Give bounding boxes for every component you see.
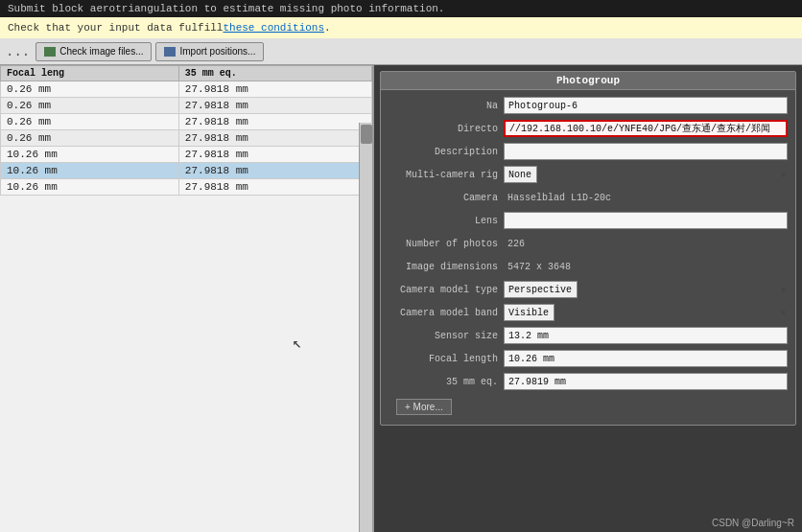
main-content: Focal leng 35 mm eq. 0.26 mm27.9818 mm0.… bbox=[0, 65, 802, 532]
cursor-indicator: ↖ bbox=[293, 334, 302, 353]
cam-model-band-row: Camera model band Visible ▼ bbox=[389, 303, 788, 322]
notice-bar: Check that your input data fulfill these… bbox=[0, 17, 802, 38]
focal-35mm-row: 35 mm eq. bbox=[389, 372, 788, 391]
notice-link[interactable]: these conditions bbox=[223, 22, 324, 34]
toolbar-dots: ... bbox=[4, 44, 32, 59]
table-row[interactable]: 10.26 mm27.9818 mm bbox=[1, 163, 372, 179]
directory-label: Directo bbox=[389, 124, 504, 134]
image-dim-value: 5472 x 3648 bbox=[504, 261, 788, 273]
sensor-size-row: Sensor size bbox=[389, 326, 788, 345]
more-button[interactable]: + More... bbox=[396, 399, 452, 415]
name-row: Na bbox=[389, 96, 788, 115]
scroll-thumb[interactable] bbox=[361, 125, 372, 144]
left-panel: Focal leng 35 mm eq. 0.26 mm27.9818 mm0.… bbox=[0, 65, 374, 532]
image-dim-row: Image dimensions 5472 x 3648 bbox=[389, 257, 788, 276]
camera-label: Camera bbox=[389, 193, 504, 203]
table-row[interactable]: 0.26 mm27.9818 mm bbox=[1, 98, 372, 114]
check-image-icon bbox=[44, 47, 56, 57]
sensor-size-input[interactable] bbox=[504, 327, 788, 344]
notice-text: Check that your input data fulfill bbox=[8, 22, 223, 34]
table-row[interactable]: 0.26 mm27.9818 mm bbox=[1, 130, 372, 147]
lens-input[interactable] bbox=[504, 212, 788, 229]
focal-length-input[interactable] bbox=[504, 350, 788, 367]
table-row[interactable]: 10.26 mm27.9818 mm bbox=[1, 179, 372, 196]
cam-model-type-select-wrapper: Perspective ▼ bbox=[504, 281, 788, 298]
lens-label: Lens bbox=[389, 216, 504, 226]
cam-model-type-arrow-icon: ▼ bbox=[781, 286, 786, 294]
lens-row: Lens bbox=[389, 211, 788, 230]
camera-row: Camera Hasselblad L1D-20c bbox=[389, 188, 788, 207]
import-positions-btn[interactable]: Import positions... bbox=[155, 42, 264, 61]
cam-model-band-select[interactable]: Visible bbox=[504, 304, 554, 321]
table-row[interactable]: 0.26 mm27.9818 mm bbox=[1, 114, 372, 130]
photogroup-box: Photogroup Na Directo Description bbox=[380, 71, 796, 426]
description-label: Description bbox=[389, 147, 504, 157]
directory-row: Directo bbox=[389, 119, 788, 138]
focal-35mm-label: 35 mm eq. bbox=[389, 377, 504, 387]
more-btn-area: + More... bbox=[389, 395, 788, 419]
name-input[interactable] bbox=[504, 97, 788, 114]
description-row: Description bbox=[389, 142, 788, 161]
focal-length-row: Focal length bbox=[389, 349, 788, 368]
cam-model-band-select-wrapper: Visible ▼ bbox=[504, 304, 788, 321]
cam-model-band-arrow-icon: ▼ bbox=[781, 309, 786, 317]
import-icon bbox=[164, 47, 176, 57]
watermark: CSDN @Darling~R bbox=[712, 518, 794, 528]
right-panel: Photogroup Na Directo Description bbox=[374, 65, 802, 532]
multicam-select-wrapper: None ▼ bbox=[504, 166, 788, 183]
multicam-label: Multi-camera rig bbox=[389, 170, 504, 180]
notice-suffix: . bbox=[324, 22, 331, 34]
left-panel-scrollbar[interactable] bbox=[359, 123, 372, 532]
focal-table: Focal leng 35 mm eq. 0.26 mm27.9818 mm0.… bbox=[0, 65, 372, 196]
toolbar: ... Check image files... Import position… bbox=[0, 38, 802, 65]
multicam-arrow-icon: ▼ bbox=[781, 171, 786, 179]
cam-model-type-select[interactable]: Perspective bbox=[504, 281, 578, 298]
screen: Submit block aerotriangulation to estima… bbox=[0, 0, 802, 532]
cam-model-type-row: Camera model type Perspective ▼ bbox=[389, 280, 788, 299]
photogroup-title: Photogroup bbox=[381, 72, 795, 90]
directory-input[interactable] bbox=[504, 120, 788, 137]
table-row[interactable]: 0.26 mm27.9818 mm bbox=[1, 81, 372, 98]
table-row[interactable]: 10.26 mm27.9818 mm bbox=[1, 147, 372, 163]
multicam-row: Multi-camera rig None ▼ bbox=[389, 165, 788, 184]
focal-length-label: Focal length bbox=[389, 354, 504, 364]
focal-35mm-input[interactable] bbox=[504, 373, 788, 390]
top-message: Submit block aerotriangulation to estima… bbox=[8, 3, 444, 14]
cam-model-type-label: Camera model type bbox=[389, 285, 504, 295]
name-label: Na bbox=[389, 101, 504, 111]
form-area: Na Directo Description bbox=[381, 90, 795, 425]
col2-header: 35 mm eq. bbox=[178, 66, 371, 81]
num-photos-label: Number of photos bbox=[389, 239, 504, 249]
col1-header: Focal leng bbox=[1, 66, 179, 81]
sensor-size-label: Sensor size bbox=[389, 331, 504, 341]
image-dim-label: Image dimensions bbox=[389, 262, 504, 272]
num-photos-row: Number of photos 226 bbox=[389, 234, 788, 253]
description-input[interactable] bbox=[504, 143, 788, 160]
check-image-btn[interactable]: Check image files... bbox=[35, 42, 152, 61]
multicam-select[interactable]: None bbox=[504, 166, 537, 183]
camera-value: Hasselblad L1D-20c bbox=[504, 192, 788, 204]
top-status-bar: Submit block aerotriangulation to estima… bbox=[0, 0, 802, 17]
num-photos-value: 226 bbox=[504, 238, 788, 250]
cam-model-band-label: Camera model band bbox=[389, 308, 504, 318]
